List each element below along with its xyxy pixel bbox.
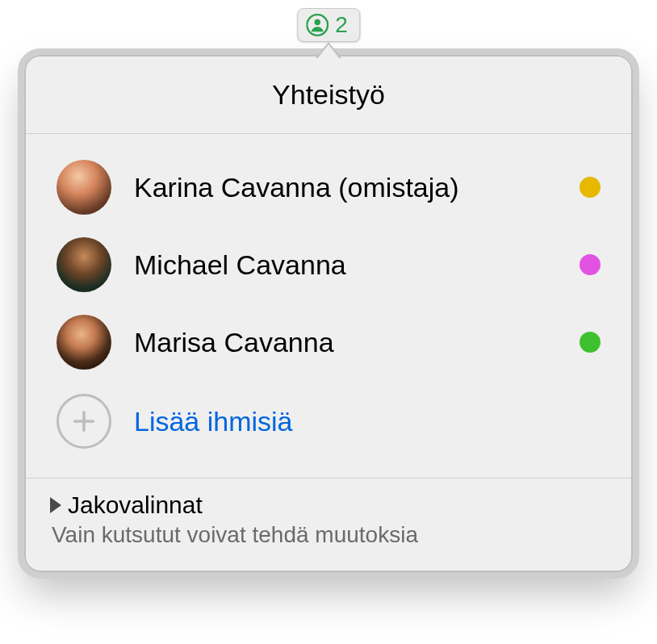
share-options[interactable]: Jakovalinnat Vain kutsutut voivat tehdä … bbox=[26, 478, 631, 571]
badge-count: 2 bbox=[335, 12, 348, 38]
share-options-subtitle: Vain kutsutut voivat tehdä muutoksia bbox=[52, 522, 607, 548]
popover-title: Yhteistyö bbox=[26, 79, 631, 111]
add-people-label: Lisää ihmisiä bbox=[134, 406, 293, 437]
avatar bbox=[56, 315, 111, 370]
popover-header: Yhteistyö bbox=[26, 56, 631, 134]
share-options-title: Jakovalinnat bbox=[68, 491, 203, 519]
participant-name: Karina Cavanna (omistaja) bbox=[134, 172, 557, 203]
participant-row[interactable]: Michael Cavanna bbox=[50, 226, 607, 303]
participant-name: Marisa Cavanna bbox=[134, 327, 557, 358]
avatar bbox=[56, 160, 111, 215]
popover-pointer-inner bbox=[317, 44, 340, 59]
participant-row[interactable]: Karina Cavanna (omistaja) bbox=[50, 148, 607, 226]
status-dot bbox=[580, 332, 601, 353]
person-icon bbox=[306, 14, 328, 36]
participant-list: Karina Cavanna (omistaja) Michael Cavann… bbox=[26, 134, 631, 478]
disclosure-triangle-icon bbox=[50, 497, 61, 513]
add-people-row[interactable]: Lisää ihmisiä bbox=[50, 381, 607, 473]
status-dot bbox=[580, 177, 601, 198]
plus-icon bbox=[56, 394, 111, 449]
collaboration-popover: Yhteistyö Karina Cavanna (omistaja) Mich… bbox=[24, 55, 633, 572]
svg-point-1 bbox=[314, 19, 320, 25]
avatar bbox=[56, 237, 111, 292]
status-dot bbox=[580, 254, 601, 275]
participant-row[interactable]: Marisa Cavanna bbox=[50, 303, 607, 381]
collaboration-badge[interactable]: 2 bbox=[297, 8, 360, 42]
participant-name: Michael Cavanna bbox=[134, 249, 557, 281]
